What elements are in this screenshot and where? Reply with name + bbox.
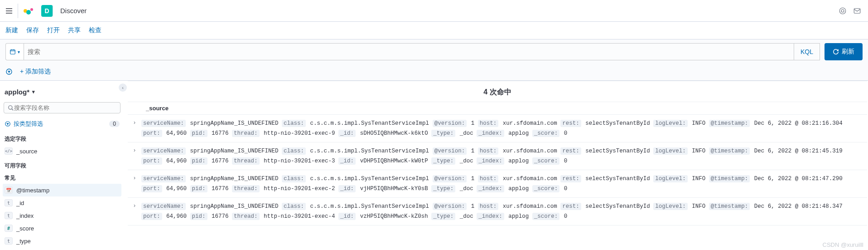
field-search[interactable] (4, 102, 121, 113)
discover-toolbar: 新建 保存 打开 共享 检查 (0, 22, 868, 39)
field-key: @version: (433, 203, 467, 210)
new-button[interactable]: 新建 (5, 26, 18, 34)
document-source: serviceName: springAppName_IS_UNDEFINED … (141, 174, 864, 194)
open-button[interactable]: 打开 (47, 26, 60, 34)
field-key: _id: (338, 130, 356, 137)
filter-menu-button[interactable] (5, 68, 14, 76)
field-key: rest: (560, 120, 581, 127)
field-key: _score: (532, 130, 560, 137)
inspect-button[interactable]: 检查 (89, 26, 101, 34)
document-row: ›serviceName: springAppName_IS_UNDEFINED… (128, 170, 867, 198)
field-key: @timestamp: (709, 147, 750, 155)
field-key: _index: (477, 185, 504, 192)
menu-button[interactable] (4, 4, 18, 18)
field-item[interactable]: t_id (3, 196, 121, 209)
field-key: _type: (431, 213, 455, 220)
field-name: _source (16, 148, 37, 155)
expand-button[interactable]: › (128, 201, 141, 209)
field-key: serviceName: (141, 120, 186, 127)
expand-button[interactable]: › (128, 118, 141, 126)
fields-sidebar: ‹ applog* ▾ 按类型筛选 0 选定字段 </>_source 可用字段… (0, 81, 127, 250)
field-item[interactable]: </>_source (3, 145, 121, 157)
field-key: serviceName: (141, 203, 186, 210)
field-key: logLevel: (653, 203, 688, 210)
field-key: _score: (532, 157, 560, 165)
field-key: _type: (431, 157, 455, 165)
filter-icon (5, 68, 13, 75)
field-key: pid: (190, 213, 207, 220)
mail-icon (853, 7, 861, 15)
chevron-down-icon: ▾ (18, 49, 20, 54)
field-name: _type (16, 238, 31, 245)
app-header: D Discover (0, 0, 868, 22)
calendar-icon (10, 49, 16, 55)
kql-toggle[interactable]: KQL (794, 43, 820, 60)
field-key: port: (141, 130, 162, 137)
field-item[interactable]: 📅@timestamp (3, 184, 121, 196)
field-key: @version: (433, 147, 467, 155)
document-source: serviceName: springAppName_IS_UNDEFINED … (141, 118, 864, 138)
filter-by-type-label: 按类型筛选 (14, 120, 43, 128)
share-button[interactable]: 共享 (68, 26, 81, 34)
field-key: port: (141, 185, 162, 192)
query-input[interactable] (28, 48, 790, 55)
field-type-icon: t (5, 212, 13, 219)
collapse-sidebar-button[interactable]: ‹ (119, 83, 127, 92)
field-key: _type: (431, 185, 455, 192)
field-type-icon: # (5, 225, 13, 232)
save-button[interactable]: 保存 (26, 26, 39, 34)
expand-button[interactable]: › (128, 146, 141, 153)
field-name: _id (16, 200, 24, 206)
field-key: host: (478, 120, 499, 127)
main-area: ‹ applog* ▾ 按类型筛选 0 选定字段 </>_source 可用字段… (0, 81, 868, 250)
add-filter-button[interactable]: + 添加筛选 (20, 68, 51, 76)
field-type-icon: t (5, 199, 13, 206)
field-key: pid: (190, 130, 207, 137)
index-pattern-selector[interactable]: applog* ▾ (3, 85, 121, 98)
column-header-source[interactable]: _source (128, 102, 867, 115)
mail-button[interactable] (850, 4, 864, 18)
document-source: serviceName: springAppName_IS_UNDEFINED … (141, 146, 864, 166)
field-key: host: (478, 175, 499, 182)
watermark: CSDN @xuruilll (823, 241, 864, 248)
field-key: _id: (338, 213, 356, 220)
filter-by-type[interactable]: 按类型筛选 0 (3, 117, 121, 131)
svg-point-1 (841, 10, 844, 12)
field-key: thread: (232, 157, 260, 165)
field-search-input[interactable] (14, 104, 116, 111)
query-input-wrapper[interactable] (24, 43, 794, 60)
field-key: host: (478, 203, 499, 210)
refresh-button[interactable]: 刷新 (825, 43, 863, 60)
document-row: ›serviceName: springAppName_IS_UNDEFINED… (128, 115, 867, 142)
search-icon (8, 105, 14, 111)
refresh-icon (833, 49, 839, 55)
field-key: class: (282, 203, 306, 210)
field-key: _index: (477, 157, 504, 165)
hamburger-icon (5, 7, 13, 15)
newsfeed-button[interactable] (835, 4, 850, 18)
results-panel: 4 次命中 _source ›serviceName: springAppNam… (127, 81, 868, 250)
field-type-icon: </> (5, 147, 13, 155)
app-name: Discover (60, 7, 87, 15)
field-name: @timestamp (16, 187, 49, 194)
field-key: @version: (433, 175, 467, 182)
app-badge[interactable]: D (41, 5, 53, 17)
field-key: @version: (433, 120, 467, 127)
field-key: thread: (232, 130, 260, 137)
document-row: ›serviceName: springAppName_IS_UNDEFINED… (128, 142, 867, 170)
field-key: serviceName: (141, 147, 186, 155)
expand-button[interactable]: › (128, 174, 141, 181)
field-item[interactable]: #_score (3, 222, 121, 235)
hits-count: 4 次命中 (128, 81, 867, 102)
date-picker-button[interactable]: ▾ (5, 43, 24, 60)
field-key: @timestamp: (709, 175, 750, 182)
field-key: rest: (560, 175, 581, 182)
field-key: host: (478, 147, 499, 155)
document-source: serviceName: springAppName_IS_UNDEFINED … (141, 201, 864, 221)
elastic-logo-icon[interactable] (24, 7, 33, 15)
filter-type-count: 0 (109, 121, 120, 127)
field-item[interactable]: t_type (3, 235, 121, 247)
field-item[interactable]: t_index (3, 209, 121, 222)
document-row: ›serviceName: springAppName_IS_UNDEFINED… (128, 198, 867, 225)
filter-bar: + 添加筛选 (0, 64, 868, 81)
